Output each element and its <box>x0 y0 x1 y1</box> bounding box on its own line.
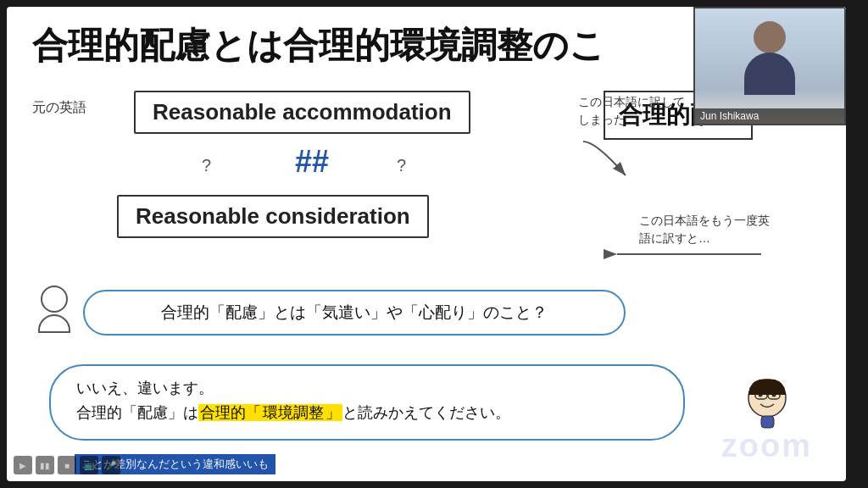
label-moto: 元の英語 <box>32 99 86 117</box>
zoom-btn-2[interactable]: ▮▮ <box>36 456 54 474</box>
bubble-answer-line1: いいえ、違います。 <box>76 376 658 401</box>
bubble-answer-line2: 合理的「配慮」は合理的「環境調整」と読みかえてください。 <box>76 401 658 425</box>
highlight-kankyo: 環境調整 <box>261 404 326 421</box>
face-icon <box>740 374 795 430</box>
box-consideration: Reasonable consideration <box>117 195 429 238</box>
diagram: 元の英語 Reasonable accommodation Reasonable… <box>32 86 821 451</box>
zoom-watermark: zoom <box>721 428 812 464</box>
arrow-left <box>613 237 765 274</box>
zoom-btn-1[interactable]: ▶ <box>14 456 32 474</box>
bubble-question: 合理的「配慮」とは「気遣い」や「心配り」のこと？ <box>83 290 626 336</box>
slide: 合理的配慮とは合理的環境調整のこ 元の英語 Reasonable accommo… <box>7 7 846 481</box>
bubble-answer-pre: 合理的「配慮」は <box>76 404 198 421</box>
highlight-goriteki: 合理的「環境調整」 <box>198 404 342 421</box>
zoom-btn-3[interactable]: ■ <box>58 456 76 474</box>
svg-rect-8 <box>761 416 774 428</box>
presenter-name-bar: Jun Ishikawa <box>695 108 844 124</box>
bubble-answer-post: と読みかえてください。 <box>342 404 510 421</box>
person-icon <box>41 286 70 333</box>
bubble-answer: いいえ、違います。 合理的「配慮」は合理的「環境調整」と読みかえてください。 <box>49 364 685 441</box>
zoom-btn-5[interactable]: 🎤 <box>102 456 120 474</box>
question-marks: ? <box>202 156 211 175</box>
question-marks-right: ? <box>397 156 406 175</box>
zoom-controls: ▶ ▮▮ ■ 📺 🎤 <box>14 456 120 474</box>
box-accommodation: Reasonable accommodation <box>134 91 470 134</box>
zoom-btn-4[interactable]: 📺 <box>80 456 98 474</box>
arrow-down-right <box>579 137 638 187</box>
presenter-thumb: Jun Ishikawa <box>693 7 846 125</box>
annot-top: この日本語に訳して しまった… <box>578 93 685 129</box>
hash-icon: ## <box>295 144 329 180</box>
